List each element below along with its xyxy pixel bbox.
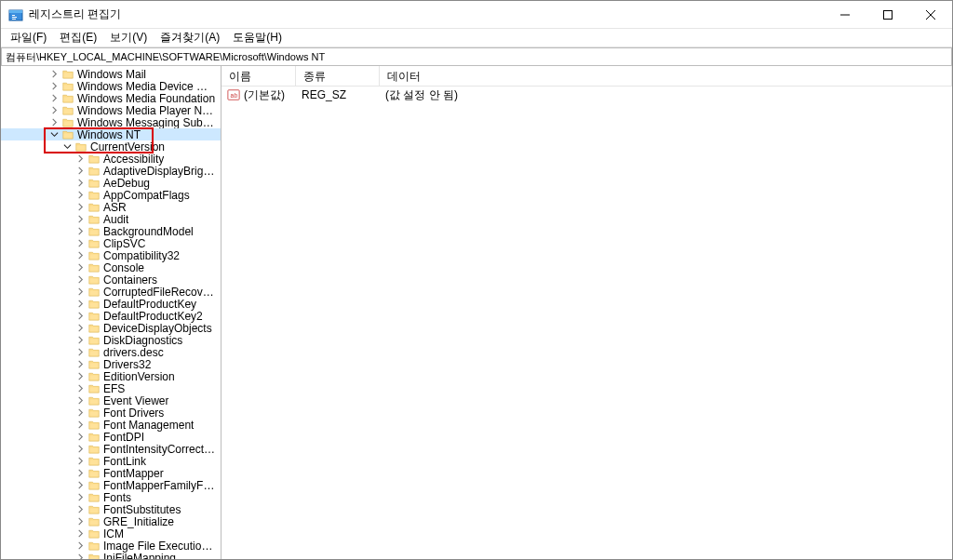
tree-item[interactable]: DefaultProductKey bbox=[1, 298, 221, 310]
address-bar[interactable]: 컴퓨터\HKEY_LOCAL_MACHINE\SOFTWARE\Microsof… bbox=[1, 47, 952, 66]
tree-item-label: drivers.desc bbox=[103, 346, 164, 359]
chevron-right-icon[interactable] bbox=[47, 92, 60, 104]
tree-item-label: Windows NT bbox=[77, 128, 141, 141]
chevron-right-icon[interactable] bbox=[74, 515, 87, 527]
chevron-right-icon[interactable] bbox=[74, 370, 87, 382]
chevron-down-icon[interactable] bbox=[47, 128, 60, 140]
tree-item[interactable]: IniFileMapping bbox=[1, 552, 221, 559]
chevron-right-icon[interactable] bbox=[74, 225, 87, 237]
tree-item[interactable]: drivers.desc bbox=[1, 346, 221, 358]
tree-item[interactable]: Windows Messaging Subsystem bbox=[1, 116, 221, 128]
chevron-right-icon[interactable] bbox=[74, 286, 87, 298]
tree-item[interactable]: AppCompatFlags bbox=[1, 189, 221, 201]
chevron-right-icon[interactable] bbox=[74, 443, 87, 455]
tree-item[interactable]: ClipSVC bbox=[1, 237, 221, 249]
tree-item[interactable]: Containers bbox=[1, 273, 221, 286]
tree-item[interactable]: FontIntensityCorrection bbox=[1, 443, 221, 455]
chevron-right-icon[interactable] bbox=[74, 503, 87, 515]
menu-edit[interactable]: 편집(E) bbox=[54, 29, 102, 47]
menu-file[interactable]: 파일(F) bbox=[5, 29, 52, 47]
column-data[interactable]: 데이터 bbox=[380, 66, 952, 86]
menu-help[interactable]: 도움말(H) bbox=[227, 29, 288, 47]
tree-item[interactable]: Accessibility bbox=[1, 153, 221, 165]
chevron-right-icon[interactable] bbox=[74, 394, 87, 407]
chevron-right-icon[interactable] bbox=[74, 298, 87, 310]
chevron-right-icon[interactable] bbox=[47, 68, 60, 80]
chevron-right-icon[interactable] bbox=[74, 407, 87, 419]
column-name[interactable]: 이름 bbox=[221, 66, 296, 86]
chevron-right-icon[interactable] bbox=[74, 479, 87, 491]
chevron-right-icon[interactable] bbox=[74, 153, 87, 165]
tree-item[interactable]: Event Viewer bbox=[1, 394, 221, 407]
tree-item[interactable]: FontLink bbox=[1, 455, 221, 467]
maximize-button[interactable] bbox=[866, 1, 909, 29]
tree-item-windows-nt[interactable]: Windows NT bbox=[1, 128, 221, 140]
tree-item[interactable]: DeviceDisplayObjects bbox=[1, 322, 221, 334]
chevron-right-icon[interactable] bbox=[74, 201, 87, 213]
tree-item[interactable]: DefaultProductKey2 bbox=[1, 310, 221, 322]
close-button[interactable] bbox=[909, 1, 952, 29]
tree-item[interactable]: Windows Media Player NSS bbox=[1, 104, 221, 116]
tree-item[interactable]: Console bbox=[1, 261, 221, 273]
column-type[interactable]: 종류 bbox=[296, 66, 380, 86]
tree-item[interactable]: Audit bbox=[1, 213, 221, 225]
tree-item[interactable]: FontMapper bbox=[1, 467, 221, 479]
chevron-right-icon[interactable] bbox=[47, 80, 60, 92]
chevron-right-icon[interactable] bbox=[74, 455, 87, 467]
tree-item[interactable]: Drivers32 bbox=[1, 358, 221, 370]
list-item[interactable]: ab(기본값)REG_SZ(값 설정 안 됨) bbox=[221, 87, 952, 103]
chevron-right-icon[interactable] bbox=[74, 552, 87, 559]
tree-item[interactable]: ICM bbox=[1, 527, 221, 540]
tree-item[interactable]: Fonts bbox=[1, 491, 221, 503]
tree-item[interactable]: Compatibility32 bbox=[1, 249, 221, 261]
minimize-button[interactable] bbox=[824, 1, 866, 29]
tree-item[interactable]: ASR bbox=[1, 201, 221, 213]
chevron-right-icon[interactable] bbox=[74, 527, 87, 540]
chevron-right-icon[interactable] bbox=[74, 334, 87, 346]
chevron-right-icon[interactable] bbox=[74, 467, 87, 479]
tree-item[interactable]: GRE_Initialize bbox=[1, 515, 221, 527]
chevron-right-icon[interactable] bbox=[74, 310, 87, 322]
chevron-right-icon[interactable] bbox=[74, 237, 87, 249]
chevron-right-icon[interactable] bbox=[74, 382, 87, 394]
chevron-right-icon[interactable] bbox=[74, 346, 87, 358]
chevron-right-icon[interactable] bbox=[74, 273, 87, 286]
menu-view[interactable]: 보기(V) bbox=[104, 29, 153, 47]
tree-item[interactable]: BackgroundModel bbox=[1, 225, 221, 237]
tree-item[interactable]: Font Drivers bbox=[1, 407, 221, 419]
chevron-down-icon[interactable] bbox=[60, 140, 74, 153]
chevron-right-icon[interactable] bbox=[74, 540, 87, 552]
chevron-right-icon[interactable] bbox=[74, 419, 87, 431]
tree-item[interactable]: AeDebug bbox=[1, 177, 221, 189]
tree-item[interactable]: AdaptiveDisplayBrightness bbox=[1, 165, 221, 177]
chevron-right-icon[interactable] bbox=[74, 431, 87, 443]
tree-item-currentversion[interactable]: CurrentVersion bbox=[1, 140, 221, 153]
tree-item[interactable]: Windows Mail bbox=[1, 68, 221, 80]
tree-pane[interactable]: Windows MailWindows Media Device Manager… bbox=[1, 66, 221, 559]
tree-item[interactable]: Font Management bbox=[1, 419, 221, 431]
tree-item[interactable]: Image File Execution Options bbox=[1, 540, 221, 552]
tree-item[interactable]: FontSubstitutes bbox=[1, 503, 221, 515]
tree-item[interactable]: EditionVersion bbox=[1, 370, 221, 382]
tree-item[interactable]: EFS bbox=[1, 382, 221, 394]
tree-item[interactable]: Windows Media Foundation bbox=[1, 92, 221, 104]
chevron-right-icon[interactable] bbox=[74, 177, 87, 189]
chevron-right-icon[interactable] bbox=[47, 116, 60, 128]
tree-item[interactable]: Windows Media Device Manager bbox=[1, 80, 221, 92]
chevron-right-icon[interactable] bbox=[74, 322, 87, 334]
tree-item[interactable]: FontMapperFamilyFallback bbox=[1, 479, 221, 491]
chevron-right-icon[interactable] bbox=[74, 165, 87, 177]
chevron-right-icon[interactable] bbox=[74, 249, 87, 261]
chevron-right-icon[interactable] bbox=[74, 189, 87, 201]
tree-item-label: FontLink bbox=[103, 455, 146, 468]
folder-icon bbox=[87, 189, 101, 201]
tree-item[interactable]: DiskDiagnostics bbox=[1, 334, 221, 346]
tree-item[interactable]: CorruptedFileRecovery bbox=[1, 286, 221, 298]
chevron-right-icon[interactable] bbox=[47, 104, 60, 116]
menu-favorites[interactable]: 즐겨찾기(A) bbox=[154, 29, 225, 47]
chevron-right-icon[interactable] bbox=[74, 213, 87, 225]
chevron-right-icon[interactable] bbox=[74, 261, 87, 273]
chevron-right-icon[interactable] bbox=[74, 358, 87, 370]
chevron-right-icon[interactable] bbox=[74, 491, 87, 503]
tree-item[interactable]: FontDPI bbox=[1, 431, 221, 443]
